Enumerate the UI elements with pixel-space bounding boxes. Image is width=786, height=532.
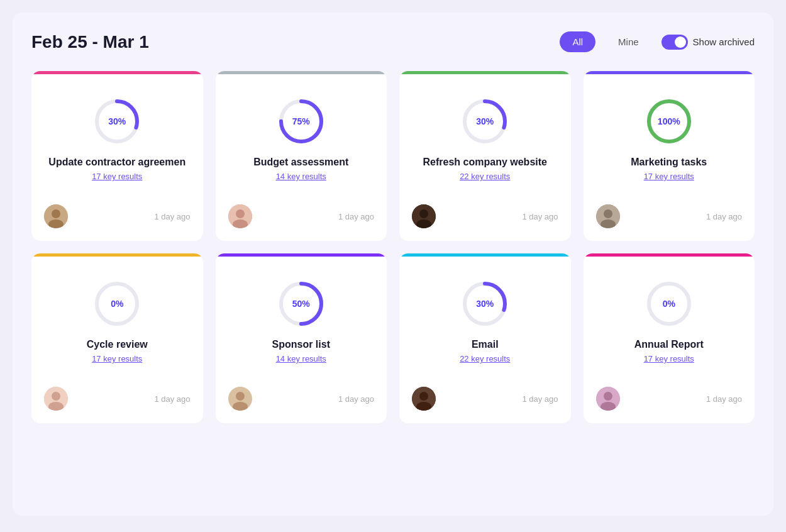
project-card[interactable]: 30% Update contractor agreemen 17 key re…	[31, 71, 203, 241]
card-footer: 1 day ago	[596, 387, 743, 411]
avatar	[412, 387, 436, 411]
card-time-ago: 1 day ago	[522, 394, 558, 404]
card-footer: 1 day ago	[44, 387, 191, 411]
main-container: Feb 25 - Mar 1 All Mine Show archived 30…	[13, 13, 773, 516]
progress-circle: 75%	[276, 96, 326, 147]
card-title: Cycle review	[44, 339, 191, 350]
project-card[interactable]: 75% Budget assessment 14 key results 1 d…	[216, 71, 387, 241]
card-title: Marketing tasks	[596, 157, 743, 168]
card-time-ago: 1 day ago	[154, 394, 190, 404]
card-footer: 1 day ago	[228, 204, 375, 228]
card-progress-area: 100%	[596, 96, 743, 147]
project-card[interactable]: 0% Annual Report 17 key results 1 day ag…	[584, 253, 755, 423]
card-key-results[interactable]: 17 key results	[596, 172, 743, 181]
card-progress-area: 0%	[44, 279, 191, 329]
progress-label: 75%	[292, 116, 310, 126]
svg-point-23	[52, 392, 60, 401]
progress-circle: 0%	[92, 279, 142, 329]
card-border	[399, 253, 571, 257]
card-progress-area: 50%	[228, 279, 375, 329]
card-border	[31, 71, 203, 74]
card-time-ago: 1 day ago	[706, 212, 742, 221]
card-border	[31, 253, 203, 257]
progress-label: 0%	[111, 299, 123, 309]
date-title: Feb 25 - Mar 1	[31, 32, 149, 52]
card-border	[399, 71, 571, 74]
card-footer: 1 day ago	[228, 387, 375, 411]
svg-point-13	[419, 209, 428, 218]
all-filter-button[interactable]: All	[560, 31, 595, 52]
avatar	[228, 387, 252, 411]
avatar	[44, 204, 68, 228]
cards-grid: 30% Update contractor agreemen 17 key re…	[31, 71, 755, 423]
card-footer: 1 day ago	[596, 204, 743, 228]
avatar	[228, 204, 252, 228]
avatar	[596, 387, 620, 411]
card-title: Refresh company website	[412, 157, 558, 168]
progress-label: 50%	[292, 299, 310, 309]
card-border	[584, 253, 755, 257]
card-title: Sponsor list	[228, 339, 375, 350]
show-archived-toggle-container: Show archived	[661, 35, 755, 50]
svg-point-38	[604, 392, 612, 401]
progress-label: 30%	[476, 116, 494, 126]
progress-circle: 30%	[460, 279, 510, 329]
card-footer: 1 day ago	[44, 204, 191, 228]
progress-circle: 0%	[644, 279, 694, 329]
card-progress-area: 30%	[44, 96, 191, 147]
progress-label: 30%	[476, 299, 494, 309]
card-footer: 1 day ago	[412, 204, 558, 228]
project-card[interactable]: 30% Refresh company website 22 key resul…	[399, 71, 571, 241]
project-card[interactable]: 100% Marketing tasks 17 key results 1 da…	[584, 71, 755, 241]
card-key-results[interactable]: 17 key results	[44, 172, 191, 181]
toggle-knob	[675, 36, 686, 48]
progress-label: 0%	[663, 299, 675, 309]
progress-circle: 50%	[276, 279, 326, 329]
svg-point-18	[604, 209, 612, 218]
progress-circle: 30%	[460, 96, 510, 147]
svg-point-28	[236, 392, 245, 401]
card-progress-area: 30%	[412, 96, 558, 147]
header: Feb 25 - Mar 1 All Mine Show archived	[31, 31, 755, 52]
card-time-ago: 1 day ago	[154, 212, 190, 221]
svg-point-33	[419, 392, 428, 401]
svg-point-8	[236, 209, 245, 218]
svg-point-3	[52, 209, 60, 218]
header-controls: All Mine Show archived	[560, 31, 755, 52]
card-progress-area: 30%	[412, 279, 558, 329]
card-border	[216, 253, 387, 257]
card-time-ago: 1 day ago	[706, 394, 742, 404]
card-time-ago: 1 day ago	[522, 212, 558, 221]
project-card[interactable]: 30% Email 22 key results 1 day ago	[399, 253, 571, 423]
card-key-results[interactable]: 17 key results	[44, 354, 191, 363]
mine-filter-button[interactable]: Mine	[606, 31, 651, 52]
card-key-results[interactable]: 17 key results	[596, 354, 743, 363]
progress-circle: 30%	[92, 96, 142, 147]
card-title: Annual Report	[596, 339, 743, 350]
project-card[interactable]: 50% Sponsor list 14 key results 1 day ag…	[216, 253, 387, 423]
card-key-results[interactable]: 22 key results	[412, 172, 558, 181]
show-archived-toggle[interactable]	[661, 35, 688, 50]
progress-label: 100%	[658, 116, 680, 126]
card-key-results[interactable]: 14 key results	[228, 354, 375, 363]
avatar	[412, 204, 436, 228]
card-progress-area: 0%	[596, 279, 743, 329]
project-card[interactable]: 0% Cycle review 17 key results 1 day ago	[31, 253, 203, 423]
card-progress-area: 75%	[228, 96, 375, 147]
card-title: Update contractor agreemen	[44, 157, 191, 168]
card-title: Budget assessment	[228, 157, 375, 168]
avatar	[44, 387, 68, 411]
card-time-ago: 1 day ago	[338, 212, 374, 221]
card-time-ago: 1 day ago	[338, 394, 374, 404]
card-key-results[interactable]: 22 key results	[412, 354, 558, 363]
card-title: Email	[412, 339, 558, 350]
card-border	[216, 71, 387, 74]
card-key-results[interactable]: 14 key results	[228, 172, 375, 181]
progress-circle: 100%	[644, 96, 694, 147]
card-border	[584, 71, 755, 74]
card-footer: 1 day ago	[412, 387, 558, 411]
avatar	[596, 204, 620, 228]
progress-label: 30%	[108, 116, 126, 126]
show-archived-label: Show archived	[693, 36, 755, 47]
